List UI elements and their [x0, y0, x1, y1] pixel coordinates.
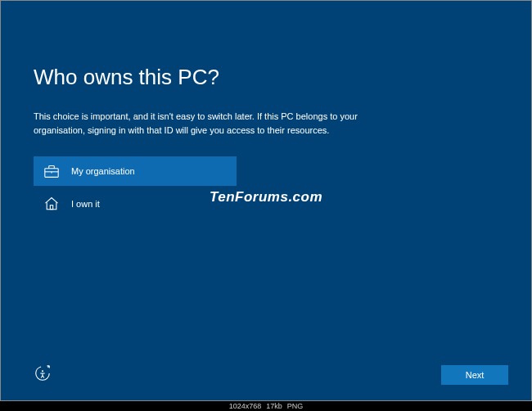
home-icon [43, 196, 60, 212]
option-label: I own it [71, 199, 100, 209]
image-status-bar: 1024x768 17kb PNG [0, 401, 532, 411]
accessibility-icon[interactable] [34, 364, 52, 386]
ownership-options: My organisation I own it [34, 156, 498, 219]
option-label: My organisation [71, 166, 135, 176]
next-button[interactable]: Next [441, 365, 508, 385]
page-description: This choice is important, and it isn't e… [34, 110, 369, 137]
svg-rect-3 [50, 206, 52, 210]
svg-point-5 [42, 370, 43, 372]
setup-screen: Who owns this PC? This choice is importa… [0, 0, 532, 401]
status-filesize: 17kb [266, 402, 282, 410]
watermark-text: TenForums.com [210, 189, 322, 206]
status-format: PNG [287, 402, 304, 410]
content-area: Who owns this PC? This choice is importa… [1, 1, 531, 219]
briefcase-icon [43, 163, 60, 179]
status-dimensions: 1024x768 [229, 402, 262, 410]
footer-bar: Next [34, 364, 508, 386]
option-i-own-it[interactable]: I own it [34, 189, 237, 219]
page-title: Who owns this PC? [34, 65, 498, 90]
option-my-organisation[interactable]: My organisation [34, 156, 237, 186]
